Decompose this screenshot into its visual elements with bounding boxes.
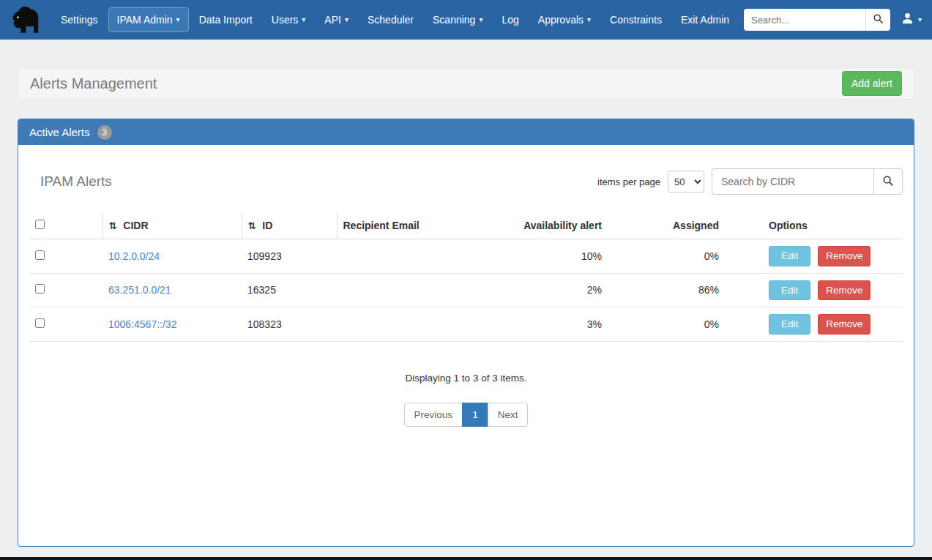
table-header-row: ⇅ CIDR ⇅ ID Recipient Email Availability… [29, 212, 903, 239]
row-checkbox[interactable] [35, 284, 45, 294]
panel-title: Active Alerts [29, 126, 90, 138]
cidr-search-input[interactable] [712, 168, 873, 195]
cidr-search-button[interactable] [873, 168, 903, 195]
navbar-search [744, 9, 890, 31]
table-row: 63.251.0.0/21 16325 2% 86% Edit Remove [29, 273, 903, 307]
navbar-search-button[interactable] [865, 9, 890, 31]
column-header-recipient-email: Recipient Email [337, 212, 512, 239]
availability-cell: 10% [512, 239, 608, 274]
email-cell [337, 239, 512, 274]
nav-item-label: API [324, 14, 341, 26]
pagination: Previous 1 Next [29, 403, 903, 427]
availability-cell: 2% [512, 273, 608, 307]
nav-item-exit-admin[interactable]: Exit Admin [672, 7, 738, 32]
cidr-link[interactable]: 63.251.0.0/21 [108, 284, 171, 296]
items-per-page-select[interactable]: 50 [668, 171, 704, 193]
email-cell [337, 273, 512, 307]
sort-icon: ⇅ [248, 220, 256, 231]
edit-button[interactable]: Edit [769, 314, 810, 335]
caret-down-icon: ▾ [176, 16, 180, 23]
add-alert-button[interactable]: Add alert [842, 71, 902, 96]
caret-down-icon: ▾ [345, 16, 348, 23]
column-header-assigned: Assigned [608, 212, 725, 239]
nav-item-label: Constraints [610, 14, 662, 26]
nav-item-ipam-admin[interactable]: IPAM Admin ▾ [108, 7, 189, 32]
alerts-toolbar: IPAM Alerts items per page 50 [29, 168, 903, 195]
nav-item-label: Exit Admin [681, 14, 729, 26]
alerts-table: ⇅ CIDR ⇅ ID Recipient Email Availability… [29, 212, 903, 342]
navbar: Settings IPAM Admin ▾ Data Import Users … [0, 0, 932, 40]
page-header: Alerts Management Add alert [18, 67, 914, 100]
nav-item-label: Scanning [433, 14, 475, 26]
elephant-logo[interactable] [10, 5, 41, 34]
remove-button[interactable]: Remove [818, 246, 871, 266]
nav-item-scanning[interactable]: Scanning ▾ [424, 7, 491, 32]
row-checkbox[interactable] [35, 318, 45, 328]
select-all-checkbox[interactable] [35, 220, 45, 229]
nav-menu: Settings IPAM Admin ▾ Data Import Users … [51, 7, 739, 32]
nav-item-label: Settings [61, 14, 98, 26]
alert-count-badge: 3 [97, 125, 112, 140]
caret-down-icon: ▾ [587, 16, 591, 23]
previous-page-button[interactable]: Previous [404, 403, 463, 427]
main-content: Alerts Management Add alert Active Alert… [0, 40, 932, 560]
id-cell: 108323 [242, 307, 337, 342]
cidr-link[interactable]: 10.2.0.0/24 [108, 250, 160, 262]
assigned-cell: 0% [608, 307, 725, 342]
sort-icon: ⇅ [109, 220, 117, 231]
email-cell [337, 307, 512, 342]
nav-item-label: Log [502, 14, 518, 26]
nav-item-label: Users [272, 14, 299, 26]
nav-item-users[interactable]: Users ▾ [263, 7, 315, 32]
assigned-cell: 0% [608, 239, 725, 274]
panel-header: Active Alerts 3 [18, 119, 914, 145]
nav-item-data-import[interactable]: Data Import [190, 7, 261, 32]
id-cell: 109923 [242, 239, 337, 274]
cidr-search [712, 168, 903, 195]
page-title: Alerts Management [30, 75, 157, 92]
nav-item-label: Scheduler [368, 14, 414, 26]
column-header-options: Options [725, 212, 903, 239]
results-summary: Displaying 1 to 3 of 3 items. [29, 373, 903, 384]
edit-button[interactable]: Edit [769, 280, 810, 301]
row-checkbox[interactable] [35, 250, 45, 260]
window-bottom-edge [0, 557, 932, 560]
table-row: 1006:4567::/32 108323 3% 0% Edit Remove [29, 307, 903, 342]
nav-item-approvals[interactable]: Approvals ▾ [529, 7, 600, 32]
section-title: IPAM Alerts [40, 173, 112, 190]
next-page-button[interactable]: Next [488, 403, 529, 427]
items-per-page-label: items per page [597, 176, 660, 187]
column-header-availability-alert: Availability alert [512, 212, 608, 239]
nav-item-api[interactable]: API ▾ [316, 7, 357, 32]
user-menu[interactable]: ▾ [901, 12, 922, 29]
nav-item-log[interactable]: Log [493, 7, 527, 32]
nav-item-constraints[interactable]: Constraints [601, 7, 671, 32]
caret-down-icon: ▾ [479, 16, 482, 23]
column-header-id[interactable]: ⇅ ID [242, 212, 337, 239]
search-icon [873, 13, 884, 26]
availability-cell: 3% [512, 307, 608, 342]
nav-item-label: Data Import [199, 14, 253, 26]
search-icon [882, 175, 894, 189]
id-cell: 16325 [242, 273, 337, 307]
caret-down-icon: ▾ [302, 16, 305, 23]
nav-item-label: Approvals [538, 14, 584, 26]
user-icon [901, 12, 914, 29]
column-header-cidr[interactable]: ⇅ CIDR [102, 212, 242, 239]
table-row: 10.2.0.0/24 109923 10% 0% Edit Remove [29, 239, 903, 274]
nav-item-scheduler[interactable]: Scheduler [359, 7, 422, 32]
remove-button[interactable]: Remove [818, 280, 871, 301]
page-1-button[interactable]: 1 [462, 403, 488, 427]
navbar-search-input[interactable] [744, 9, 865, 31]
remove-button[interactable]: Remove [818, 314, 871, 335]
active-alerts-panel: Active Alerts 3 IPAM Alerts items per pa… [18, 119, 914, 547]
assigned-cell: 86% [608, 273, 725, 307]
panel-body: IPAM Alerts items per page 50 [18, 145, 914, 546]
edit-button[interactable]: Edit [769, 246, 810, 266]
cidr-link[interactable]: 1006:4567::/32 [108, 318, 176, 330]
caret-down-icon: ▾ [918, 16, 922, 23]
nav-item-label: IPAM Admin [117, 14, 173, 26]
nav-item-settings[interactable]: Settings [52, 7, 107, 32]
